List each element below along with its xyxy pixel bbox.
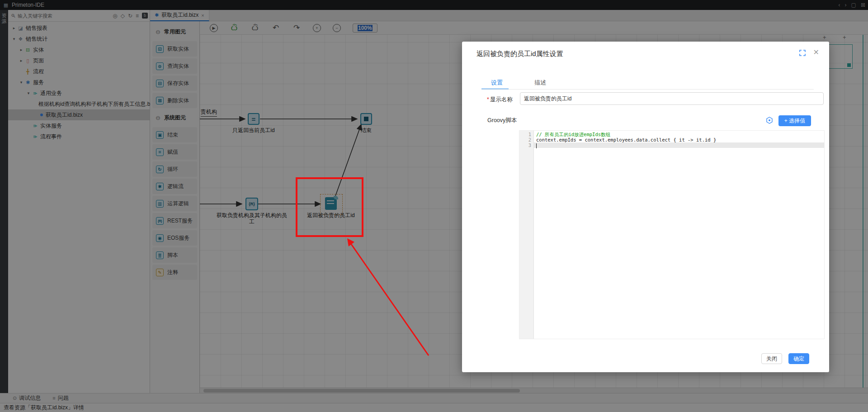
app-window: ▦ Primeton-IDE ‹ › ▢ ⊠ 资源 🔍︎ ◎◇↻≡b ▸◪销售报… [0,0,868,412]
code-line [534,142,824,148]
groovy-code-editor[interactable]: 123 // 所有员工的id放进empIds数组context.empIds =… [519,130,825,339]
ai-assist-icon[interactable] [766,117,773,124]
line-number: 2 [519,137,531,142]
required-asterisk: * [487,96,489,103]
ok-button[interactable]: 确定 [788,353,809,364]
line-number: 3 [519,142,531,148]
text-cursor [536,143,537,148]
line-number: 1 [519,132,531,137]
close-dialog-icon[interactable]: ✕ [813,48,819,57]
display-name-input[interactable] [520,92,824,105]
tab-settings[interactable]: 设置 [491,79,503,87]
code-lines: // 所有员工的id放进empIds数组context.empIds = con… [534,131,824,148]
code-line: context.empIds = context.employees.data.… [534,137,824,142]
expand-dialog-icon[interactable] [799,50,806,56]
groovy-script-label: Groovy脚本 [487,117,517,124]
display-name-label: *显示名称 [487,96,513,104]
tab-description[interactable]: 描述 [534,79,546,87]
properties-dialog: 返回被负责的员工id属性设置 ✕ 设置 描述 *显示名称 Groovy脚本 + … [462,42,829,372]
code-line: // 所有员工的id放进empIds数组 [534,132,824,137]
dialog-title: 返回被负责的员工id属性设置 [476,50,563,58]
select-value-button[interactable]: + 选择值 [778,115,811,126]
close-button[interactable]: 关闭 [761,353,782,364]
line-number-gutter: 123 [519,131,534,339]
tab-divider [481,89,814,90]
